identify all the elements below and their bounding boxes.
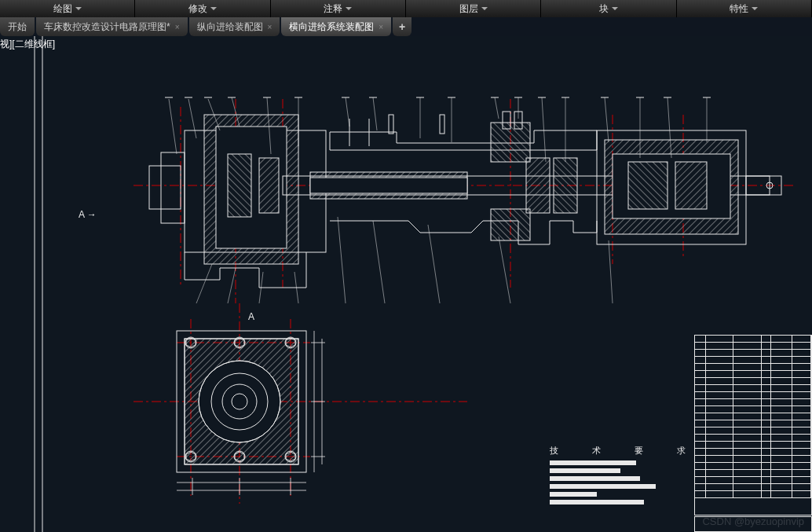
tab-new[interactable]: + <box>393 17 411 36</box>
bom-table <box>694 335 812 515</box>
svg-rect-26 <box>310 178 467 193</box>
menu-annotate[interactable]: 注释 <box>271 0 406 17</box>
tech-requirements-title: 技 术 要 求 <box>550 445 701 457</box>
close-icon[interactable]: × <box>379 23 383 31</box>
svg-rect-29 <box>526 158 550 213</box>
svg-line-56 <box>542 97 546 162</box>
svg-line-54 <box>495 97 499 119</box>
chevron-down-icon <box>481 7 488 10</box>
chevron-down-icon <box>210 7 217 10</box>
svg-rect-30 <box>554 158 577 213</box>
svg-line-51 <box>373 97 377 130</box>
svg-line-62 <box>196 264 212 303</box>
chevron-down-icon <box>612 7 618 10</box>
svg-line-50 <box>346 97 349 127</box>
chevron-down-icon <box>75 7 82 10</box>
tab-transverse[interactable]: 横向进给系统装配图× <box>281 17 391 36</box>
drawing-canvas[interactable]: 视][二维线框] A → A <box>0 36 812 532</box>
tab-longitudinal[interactable]: 纵向进给装配图× <box>189 17 280 36</box>
svg-rect-40 <box>389 115 393 134</box>
svg-line-69 <box>499 237 510 303</box>
svg-line-66 <box>338 217 346 303</box>
svg-rect-35 <box>675 162 707 209</box>
menu-draw[interactable]: 绘图 <box>0 0 135 17</box>
tech-requirements-body <box>550 460 660 508</box>
menu-modify[interactable]: 修改 <box>135 0 270 17</box>
close-icon[interactable]: × <box>175 23 180 31</box>
close-icon[interactable]: × <box>268 23 272 31</box>
svg-rect-17 <box>149 166 181 209</box>
svg-line-68 <box>428 225 440 303</box>
svg-rect-41 <box>440 115 444 134</box>
tab-bar: 开始 车床数控改造设计电路原理图*× 纵向进给装配图× 横向进给系统装配图× + <box>0 17 812 36</box>
svg-rect-28 <box>491 209 530 240</box>
menu-layers[interactable]: 图层 <box>406 0 541 17</box>
menu-blocks[interactable]: 块 <box>541 0 676 17</box>
svg-line-45 <box>188 99 196 138</box>
svg-line-63 <box>228 268 236 303</box>
svg-rect-34 <box>628 162 668 209</box>
tab-start[interactable]: 开始 <box>0 17 35 36</box>
cad-drawing <box>0 36 812 532</box>
menu-properties[interactable]: 特性 <box>677 0 812 17</box>
svg-rect-22 <box>228 154 251 217</box>
chevron-down-icon <box>752 7 758 10</box>
menu-bar: 绘图 修改 注释 图层 块 特性 <box>0 0 812 17</box>
chevron-down-icon <box>346 7 352 10</box>
svg-line-58 <box>605 97 609 142</box>
svg-line-70 <box>609 240 613 303</box>
svg-line-67 <box>373 221 385 303</box>
svg-line-44 <box>169 99 177 154</box>
watermark: CSDN @byezuopinvip <box>702 515 804 527</box>
svg-rect-23 <box>259 158 279 213</box>
tab-circuit[interactable]: 车床数控改造设计电路原理图*× <box>36 17 188 36</box>
